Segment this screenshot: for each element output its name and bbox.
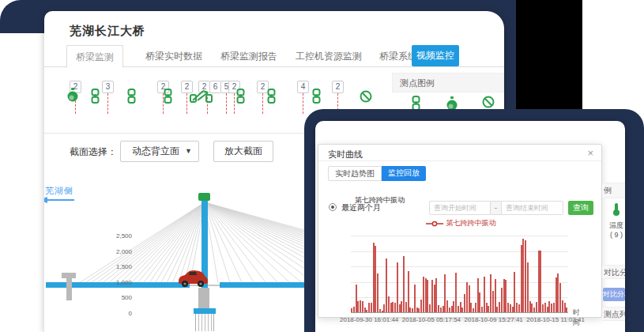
chart-bar [446,300,448,312]
realtime-curve-dialog: 实时曲线 × 实时趋势图 监控回放 最近两个月 - 查询 第七跨跨 [318,144,602,318]
tab-bridge-monitor-report[interactable]: 桥梁监测报告 [220,45,277,67]
chart-bar [429,304,431,312]
chart-bar [557,274,559,312]
start-time-input[interactable] [429,201,491,215]
chart-bar [470,303,472,313]
chart-bar [542,304,544,312]
chart-bar [420,300,422,313]
sensor-dashed-line [186,93,187,114]
chart-bar [473,308,474,312]
strip-compare-header: 对比分析 [602,265,625,279]
chart-bar [527,262,529,313]
dialog-tabbar: 实时趋势图 监控回放 [328,166,426,181]
black-region [516,0,582,112]
end-time-input[interactable] [502,201,563,215]
sensor-count-badge[interactable]: 4 [297,81,309,93]
temperature-label: 温度 [608,221,625,231]
enlarge-section-button[interactable]: 放大截面 [213,141,273,162]
chart-bar [512,307,514,312]
strip-point-list-header: 测点列表 [602,307,625,321]
chart-bar [555,277,557,312]
chart-bar [394,303,396,313]
y-axis-tick: 1,500 [105,263,132,270]
chart-bar [490,274,491,312]
sensor-count-badge[interactable]: 2 [332,81,344,93]
chart-gridline [351,266,568,267]
tab-bridge-monitoring[interactable]: 桥梁监测 [66,45,123,68]
chain-icon[interactable] [163,89,173,107]
compare-analysis-button[interactable]: 对比分析 [603,288,625,301]
stopwatch-icon[interactable] [66,87,79,106]
chain-icon[interactable] [90,89,100,107]
video-monitor-button[interactable]: 视频监控 [412,45,459,66]
chart-bar [379,309,381,312]
chart-bar [529,301,531,312]
legend-panel-title: 测点图例 [392,73,504,92]
radio-last-two-months[interactable] [329,203,337,211]
bridge-abutment [62,273,76,278]
no-entry-icon[interactable] [360,90,372,106]
chart-bar [435,278,437,312]
chart-bar [401,301,402,312]
chain-icon[interactable] [126,89,137,107]
chain-icon[interactable] [235,89,246,107]
temperature-item[interactable]: 温度 ( 9 ) [608,202,625,239]
chart-bar [505,280,507,312]
y-axis-tick: 500 [105,294,132,301]
chart-bar [458,306,459,312]
chart-bar [548,301,550,312]
chart-bar [440,307,442,312]
sensor-count-badge[interactable]: 3 [102,81,114,93]
strip-legend-header: 例 [602,183,625,198]
query-button[interactable]: 查询 [568,201,593,215]
dialog-title: 实时曲线 [328,149,363,160]
page-title: 芜湖长江大桥 [70,24,145,39]
y-axis-tick: 0 [105,310,132,317]
tab-bridge-realtime-data[interactable]: 桥梁实时数据 [145,45,202,67]
chart-gridline [351,251,568,252]
tab-monitor-playback[interactable]: 监控回放 [382,166,426,181]
chart-bar [531,304,533,312]
chart-bar [477,278,479,312]
chart-bar [371,303,372,313]
chart-bar [397,262,398,313]
chart-bar [484,277,485,312]
chain-icon[interactable] [311,89,322,107]
left-arrow-icon [44,196,76,204]
y-axis-tick: 2,500 [105,232,132,240]
date-range-separator: - [491,201,502,215]
chart-bar [566,307,567,312]
chart-bar [503,279,505,312]
chart-bar [414,285,416,312]
chart-bar [507,303,509,312]
chart-bar [516,303,518,313]
chart-bar [377,274,378,312]
chart-bar [521,245,522,313]
tab-ipc-resource-monitor[interactable]: 工控机资源监测 [296,45,362,67]
chart-bar [416,307,418,312]
chart-bar [444,274,446,312]
crane-icon[interactable] [190,85,215,107]
chart-bar [488,306,489,312]
chart-gridline [351,282,568,283]
temperature-count: ( 9 ) [608,231,625,239]
tab-realtime-trend[interactable]: 实时趋势图 [328,166,382,181]
chart-bar [466,282,468,312]
chart-bar [479,292,480,313]
section-select-dropdown[interactable]: 动态背立面 ▼ [120,141,199,162]
sensor-dashed-line [262,93,263,114]
chart-bar [481,307,483,312]
chart-bar [499,302,500,312]
chart-bar [418,308,420,313]
chart-bar [366,310,367,312]
chart-bar [386,258,387,312]
chart-bar [362,301,363,313]
tower-sensor-icon[interactable] [198,193,210,201]
chart-bar [364,307,366,312]
chart-bar [383,304,385,312]
section-select-value: 动态背立面 [132,145,179,157]
sensor-dashed-line [226,93,227,114]
bridge-side-label: 芜湖侧 [45,185,73,197]
close-icon[interactable]: × [587,147,593,159]
chain-icon[interactable] [266,89,277,107]
